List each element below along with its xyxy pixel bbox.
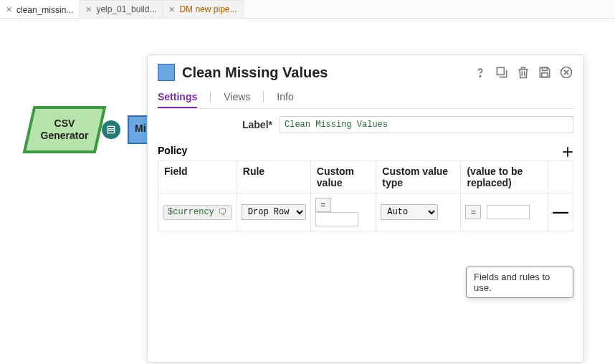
tooltip: Fields and rules to use.	[466, 267, 573, 298]
properties-panel: Clean Missing Values	[147, 54, 584, 363]
remove-row-icon[interactable]: —	[548, 193, 573, 231]
tab-dm-new-pipe[interactable]: ✕ DM new pipe...	[163, 0, 243, 18]
svg-point-4	[480, 76, 480, 77]
svg-rect-5	[497, 67, 504, 75]
tab-settings[interactable]: Settings	[158, 88, 197, 108]
col-custom-value: Custom value	[310, 161, 376, 193]
panel-title: Clean Missing Values	[182, 64, 473, 81]
help-icon[interactable]	[473, 65, 487, 80]
node-color-swatch	[158, 64, 175, 81]
col-actions	[548, 161, 573, 193]
close-icon[interactable]: ✕	[6, 5, 12, 14]
field-chip[interactable]: $currency 🗨	[163, 205, 232, 220]
tab-clean-missing[interactable]: ✕ clean_missin...	[0, 0, 80, 18]
duplicate-icon[interactable]	[495, 65, 509, 80]
svg-rect-1	[108, 126, 114, 133]
col-custom-value-type: Custom value type	[376, 161, 461, 193]
node-label: Mi	[135, 123, 146, 134]
field-value: $currency	[168, 207, 214, 217]
col-replaced: (value to be replaced)	[461, 161, 548, 193]
node-label: CSV Generator	[22, 105, 108, 155]
panel-header: Clean Missing Values	[148, 55, 583, 84]
pipeline-canvas[interactable]: CSV Generator Mi Clean Missing Values	[0, 19, 615, 363]
custom-value-type-select[interactable]: Auto	[381, 204, 438, 220]
tab-label: clean_missin...	[16, 5, 73, 15]
policy-heading: Policy	[158, 140, 573, 161]
tab-views[interactable]: Views	[210, 88, 250, 108]
close-icon[interactable]	[559, 65, 573, 80]
panel-body: Label* Policy Field Rule Custom value C	[148, 109, 583, 362]
col-field: Field	[158, 161, 237, 193]
tab-bar: ✕ clean_missin... ✕ yelp_01_build... ✕ D…	[0, 0, 615, 19]
table-row: $currency 🗨 Drop Row =	[158, 193, 573, 231]
trash-icon[interactable]	[516, 65, 530, 80]
add-rule-icon[interactable]	[561, 145, 575, 159]
label-field-label: Label*	[158, 119, 280, 130]
save-icon[interactable]	[538, 65, 552, 80]
node-csv-generator[interactable]: CSV Generator	[22, 105, 108, 155]
expression-button[interactable]: =	[315, 198, 331, 212]
custom-value-input[interactable]	[315, 212, 358, 226]
rule-select[interactable]: Drop Row	[242, 204, 306, 220]
policy-table: Field Rule Custom value Custom value typ…	[158, 161, 573, 231]
policy-section: Field Rule Custom value Custom value typ…	[158, 161, 573, 231]
svg-rect-8	[542, 73, 548, 77]
label-row: Label*	[158, 116, 573, 133]
close-icon[interactable]: ✕	[85, 5, 92, 14]
label-input[interactable]	[280, 116, 573, 133]
connector-icon[interactable]	[102, 120, 120, 139]
panel-actions	[473, 65, 573, 80]
comment-icon[interactable]: 🗨	[219, 207, 227, 218]
svg-rect-9	[543, 67, 548, 70]
col-rule: Rule	[237, 161, 310, 193]
canvas-nodes: CSV Generator Mi	[22, 105, 108, 155]
expression-button[interactable]: =	[465, 205, 481, 219]
replaced-value-input[interactable]	[487, 205, 530, 219]
close-icon[interactable]: ✕	[168, 5, 175, 14]
panel-tabs: Settings Views Info	[148, 84, 583, 108]
tab-yelp-build[interactable]: ✕ yelp_01_build...	[80, 0, 163, 18]
tab-label: yelp_01_build...	[96, 4, 156, 14]
tab-info[interactable]: Info	[263, 88, 293, 108]
tab-label: DM new pipe...	[179, 4, 237, 14]
